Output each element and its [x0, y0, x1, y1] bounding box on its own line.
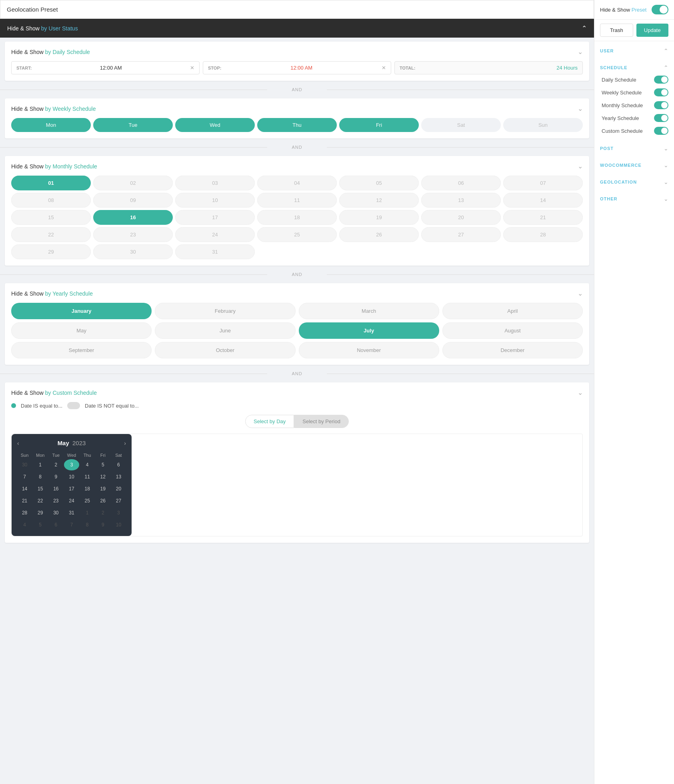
update-button[interactable]: Update	[636, 24, 669, 37]
monthly-day-08[interactable]: 08	[11, 193, 91, 208]
cal-day-2[interactable]: 2	[96, 507, 110, 518]
monthly-day-15[interactable]: 15	[11, 210, 91, 225]
stop-time-clear-icon[interactable]: ✕	[382, 65, 386, 71]
cal-day-7[interactable]: 7	[17, 471, 32, 482]
trash-button[interactable]: Trash	[600, 24, 633, 37]
cal-day-6[interactable]: 6	[48, 519, 63, 530]
monthly-day-29[interactable]: 29	[11, 244, 91, 259]
stop-time-field[interactable]: STOP: 12:00 AM ✕	[203, 61, 391, 74]
cal-day-5[interactable]: 5	[33, 519, 48, 530]
monthly-day-24[interactable]: 24	[175, 227, 255, 242]
start-time-field[interactable]: START: 12:00 AM ✕	[11, 61, 200, 74]
yearly-month-august[interactable]: August	[442, 322, 583, 339]
cal-day-20[interactable]: 20	[111, 483, 126, 494]
cal-day-14[interactable]: 14	[17, 483, 32, 494]
cal-day-18[interactable]: 18	[80, 483, 95, 494]
yearly-month-january[interactable]: January	[11, 303, 152, 319]
monthly-day-19[interactable]: 19	[339, 210, 419, 225]
cal-day-10[interactable]: 10	[64, 471, 79, 482]
sidebar-section-post-header[interactable]: POST ⌄	[600, 143, 668, 154]
cal-day-30[interactable]: 30	[17, 459, 32, 470]
day-mon[interactable]: Mon	[11, 118, 91, 132]
date-not-equal-toggle[interactable]	[67, 402, 80, 409]
cal-day-27[interactable]: 27	[111, 495, 126, 506]
cal-day-28[interactable]: 28	[17, 507, 32, 518]
cal-day-21[interactable]: 21	[17, 495, 32, 506]
monthly-day-06[interactable]: 06	[421, 176, 501, 190]
cal-day-13[interactable]: 13	[111, 471, 126, 482]
day-wed[interactable]: Wed	[175, 118, 255, 132]
cal-day-10[interactable]: 10	[111, 519, 126, 530]
calendar-prev-btn[interactable]: ‹	[17, 440, 19, 446]
cal-day-15[interactable]: 15	[33, 483, 48, 494]
yearly-month-november[interactable]: November	[299, 342, 439, 358]
daily-schedule-toggle[interactable]	[654, 76, 668, 84]
cal-day-9[interactable]: 9	[96, 519, 110, 530]
day-sun[interactable]: Sun	[503, 118, 583, 132]
monthly-day-21[interactable]: 21	[503, 210, 583, 225]
cal-day-24[interactable]: 24	[64, 495, 79, 506]
cal-day-4[interactable]: 4	[80, 459, 95, 470]
monthly-day-17[interactable]: 17	[175, 210, 255, 225]
cal-day-6[interactable]: 6	[111, 459, 126, 470]
cal-day-3[interactable]: 3	[64, 459, 79, 470]
cal-day-25[interactable]: 25	[80, 495, 95, 506]
cal-day-9[interactable]: 9	[48, 471, 63, 482]
monthly-day-01[interactable]: 01	[11, 176, 91, 190]
cal-day-12[interactable]: 12	[96, 471, 110, 482]
sidebar-section-woo-header[interactable]: WOOCOMMERCE ⌄	[600, 160, 668, 171]
cal-day-31[interactable]: 31	[64, 507, 79, 518]
monthly-day-02[interactable]: 02	[93, 176, 173, 190]
sidebar-section-schedule-header[interactable]: SCHEDULE ⌃	[600, 62, 668, 73]
cal-day-1[interactable]: 1	[33, 459, 48, 470]
monthly-day-23[interactable]: 23	[93, 227, 173, 242]
monthly-day-05[interactable]: 05	[339, 176, 419, 190]
user-status-header[interactable]: Hide & Show by User Status ⌃	[0, 19, 594, 38]
monthly-day-22[interactable]: 22	[11, 227, 91, 242]
monthly-day-28[interactable]: 28	[503, 227, 583, 242]
monthly-day-14[interactable]: 14	[503, 193, 583, 208]
yearly-month-september[interactable]: September	[11, 342, 152, 358]
day-sat[interactable]: Sat	[421, 118, 501, 132]
cal-day-19[interactable]: 19	[96, 483, 110, 494]
custom-schedule-chevron-icon[interactable]: ⌄	[578, 389, 583, 396]
calendar-scroll-area[interactable]: ‹ May 2023 › Sun Mon Tue Wed Thu Fri Sat	[11, 434, 583, 536]
monthly-day-31[interactable]: 31	[175, 244, 255, 259]
yearly-schedule-toggle[interactable]	[654, 114, 668, 122]
calendar-next-btn[interactable]: ›	[124, 440, 126, 446]
yearly-month-july[interactable]: July	[299, 322, 439, 339]
monthly-day-25[interactable]: 25	[257, 227, 337, 242]
monthly-day-27[interactable]: 27	[421, 227, 501, 242]
cal-day-17[interactable]: 17	[64, 483, 79, 494]
cal-day-23[interactable]: 23	[48, 495, 63, 506]
cal-day-8[interactable]: 8	[80, 519, 95, 530]
cal-day-22[interactable]: 22	[33, 495, 48, 506]
cal-day-29[interactable]: 29	[33, 507, 48, 518]
cal-day-1[interactable]: 1	[80, 507, 95, 518]
monthly-day-03[interactable]: 03	[175, 176, 255, 190]
weekly-schedule-chevron-icon[interactable]: ⌄	[578, 105, 583, 112]
daily-schedule-chevron-icon[interactable]: ⌄	[578, 48, 583, 56]
monthly-day-10[interactable]: 10	[175, 193, 255, 208]
yearly-schedule-chevron-icon[interactable]: ⌄	[578, 290, 583, 297]
monthly-schedule-chevron-icon[interactable]: ⌄	[578, 162, 583, 170]
cal-day-7[interactable]: 7	[64, 519, 79, 530]
monthly-day-09[interactable]: 09	[93, 193, 173, 208]
monthly-day-12[interactable]: 12	[339, 193, 419, 208]
monthly-day-26[interactable]: 26	[339, 227, 419, 242]
select-by-period-tab[interactable]: Select by Period	[294, 415, 349, 428]
sidebar-section-geo-header[interactable]: GEOLOCATION ⌄	[600, 176, 668, 188]
start-time-clear-icon[interactable]: ✕	[190, 65, 194, 71]
custom-schedule-toggle[interactable]	[654, 127, 668, 135]
monthly-day-13[interactable]: 13	[421, 193, 501, 208]
monthly-day-07[interactable]: 07	[503, 176, 583, 190]
yearly-month-december[interactable]: December	[442, 342, 583, 358]
cal-day-26[interactable]: 26	[96, 495, 110, 506]
day-thu[interactable]: Thu	[257, 118, 337, 132]
yearly-month-february[interactable]: February	[155, 303, 295, 319]
yearly-month-may[interactable]: May	[11, 322, 152, 339]
yearly-month-june[interactable]: June	[155, 322, 295, 339]
cal-day-8[interactable]: 8	[33, 471, 48, 482]
cal-day-5[interactable]: 5	[96, 459, 110, 470]
monthly-day-30[interactable]: 30	[93, 244, 173, 259]
